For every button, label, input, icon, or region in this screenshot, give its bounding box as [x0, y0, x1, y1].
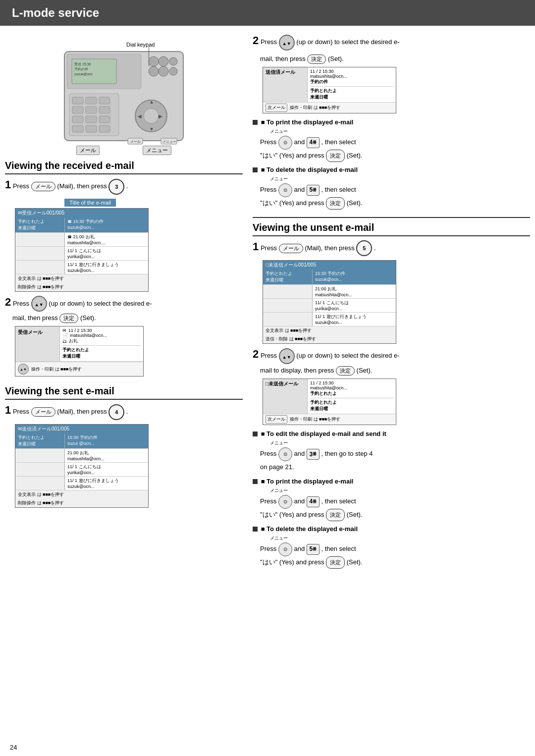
received-screen-2-container: 受信メール ✉ 11 / 2 15:30 📄 matsushita@ocn... [15, 326, 243, 377]
step2-press: Press [13, 300, 29, 307]
unsent-screen-1: □未送信メール001/005 予約とれたよ 来週日曜 15:30 予約の件 su… [263, 260, 396, 344]
nav-wheel-unsent: ▲▼ [279, 348, 295, 364]
set-btn-delete-unsent[interactable]: 決定 [326, 556, 345, 569]
square-print-unsent [253, 479, 258, 484]
section-unsent: Viewing the unsent e-mail 1 Press メール (M… [253, 217, 530, 569]
step2-right-top: 2 Press ▲▼ (up or down) to select the de… [253, 34, 530, 51]
svg-rect-16 [72, 107, 83, 113]
menu-btn-delete-top[interactable]: ⊙ [278, 183, 292, 197]
set-btn-print-top[interactable]: 決定 [326, 150, 345, 162]
delete-section-right-top: ■ To delete the displayed e-mail メニュー Pr… [253, 166, 530, 210]
set-btn-delete-top[interactable]: 決定 [326, 197, 345, 210]
step2-unsent-cont: mail to display, then press 決定 (Set). [260, 366, 530, 376]
email-screen-1-container: Title of the e-mail ✉受信メール001/005 予約とれたよ… [15, 199, 243, 292]
menu-btn-delete-unsent[interactable]: ⊙ [278, 542, 292, 556]
svg-rect-14 [86, 97, 97, 104]
svg-text:受信 15:30: 受信 15:30 [74, 62, 91, 66]
page-wrapper: L-mode service Dial keypad 受信 15:30 予約の件 [0, 0, 535, 756]
svg-text:suzuk@ocn: suzuk@ocn [74, 72, 93, 76]
svg-point-26 [144, 108, 159, 123]
step2-right-cont: mail, then press 決定 (Set). [260, 54, 530, 64]
right-top-screen-container: 送信済メール 11 / 2 15:30 matsushita@ocn... 予約… [263, 67, 530, 113]
menu-btn-edit[interactable]: ⊙ [278, 447, 292, 461]
step2-received: 2 Press ▲▼ (up or down) to select the de… [5, 296, 243, 312]
svg-rect-21 [99, 116, 110, 123]
svg-rect-20 [86, 116, 97, 123]
svg-text:▲: ▲ [149, 99, 154, 105]
set-btn-received[interactable]: 決定 [59, 314, 78, 323]
dial-keypad-label: Dial keypad [126, 42, 155, 48]
step1-unsent-mail-btn[interactable]: メール [279, 244, 303, 253]
nav-wheel-small: ▲▼ [18, 364, 29, 375]
sent-screen-1-container: ✉送信済メール001/005 予約とれたよ 来週日曜 15:30 予約の件 su… [15, 424, 243, 508]
received-screen-1: ✉受信メール001/005 予約とれたよ 来週日曜 ☎ 15:30 予約の件 s… [15, 208, 149, 292]
menu-btn-print-top[interactable]: ⊙ [278, 136, 292, 150]
nav-wheel-icon: ▲▼ [31, 296, 47, 312]
set-btn-right[interactable]: 決定 [307, 54, 326, 64]
svg-rect-23 [86, 125, 97, 132]
menu-button-label: メニュー [143, 146, 171, 155]
menu-btn-print-unsent[interactable]: ⊙ [278, 495, 292, 509]
svg-rect-17 [86, 107, 97, 113]
num3-btn-edit: 3番 [307, 449, 320, 460]
svg-rect-15 [99, 97, 110, 104]
step1-sent: 1 Press メール (Mail), then press 4 . [5, 404, 243, 420]
section-unsent-title: Viewing the unsent e-mail [253, 222, 530, 236]
svg-text:メール: メール [130, 140, 141, 143]
step1-press: Press [13, 182, 29, 190]
step2-received-cont: mail, then press 決定 (Set). [12, 314, 243, 323]
section-sent-title: Viewing the sent e-mail [5, 385, 243, 400]
title-of-email-badge: Title of the e-mail [64, 199, 116, 207]
sent-screen-1: ✉送信済メール001/005 予約とれたよ 来週日曜 15:30 予約の件 su… [15, 424, 149, 508]
square-delete [253, 167, 258, 172]
square-print [253, 120, 258, 125]
step1-mail-btn[interactable]: メール [31, 182, 55, 191]
svg-point-8 [169, 57, 177, 65]
section-received-title: Viewing the received e-mail [5, 160, 243, 174]
svg-rect-13 [72, 97, 83, 104]
svg-text:◀: ◀ [138, 113, 142, 119]
svg-rect-22 [72, 125, 83, 132]
unsent-screen-2-container: □未送信メール 11 / 2 15:30 matsushita@ocn... 予… [263, 378, 530, 425]
step1-unsent-num-btn: 5 [356, 240, 372, 256]
right-top-screen: 送信済メール 11 / 2 15:30 matsushita@ocn... 予約… [263, 67, 396, 113]
svg-rect-18 [99, 107, 110, 113]
square-delete-unsent [253, 527, 258, 532]
svg-point-11 [169, 67, 177, 75]
svg-point-7 [159, 56, 168, 66]
print-section-unsent: ■ To print the displayed e-mail メニュー Pre… [253, 478, 530, 521]
section-received: Viewing the received e-mail 1 Press メール … [5, 160, 243, 377]
page-number: 24 [10, 744, 17, 751]
num5-btn-delete-unsent: 5番 [307, 544, 320, 555]
num4-btn-print-unsent: 4番 [307, 496, 320, 507]
step1-sent-num-btn: 4 [108, 404, 124, 420]
print-section-right-top: ■ To print the displayed e-mail メニュー Pre… [253, 118, 530, 162]
svg-text:▶: ▶ [159, 113, 162, 119]
svg-rect-19 [72, 116, 83, 123]
step2-updown: (up or down) to select the desired e- [49, 300, 152, 307]
header-title: L-mode service [12, 6, 99, 19]
num4-btn-print-top: 4番 [307, 137, 320, 148]
unsent-screen-2: □未送信メール 11 / 2 15:30 matsushita@ocn... 予… [263, 378, 396, 425]
mail-button-label: メール [76, 146, 100, 155]
set-btn-unsent[interactable]: 決定 [336, 366, 355, 376]
section-sent: Viewing the sent e-mail 1 Press メール (Mai… [5, 385, 243, 508]
fax-machine-svg: 受信 15:30 予約の件 suzuk@ocn [54, 42, 193, 146]
svg-rect-24 [99, 125, 110, 132]
page-header: L-mode service [0, 0, 535, 26]
step1-then: (Mail), then press [57, 182, 107, 190]
svg-text:▼: ▼ [149, 126, 154, 132]
svg-point-9 [149, 66, 159, 76]
step1-sent-mail-btn[interactable]: メール [31, 407, 55, 417]
step1-received: 1 Press メール (Mail), then press 3 . [5, 178, 243, 195]
svg-text:予約の件: 予約の件 [74, 67, 88, 71]
step2-unsent: 2 Press ▲▼ (up or down) to select the de… [253, 348, 530, 364]
delete-section-unsent: ■ To delete the displayed e-mail メニュー Pr… [253, 525, 530, 569]
set-btn-print-unsent[interactable]: 決定 [326, 509, 345, 521]
unsent-screen-1-container: □未送信メール001/005 予約とれたよ 来週日曜 15:30 予約の件 su… [263, 260, 530, 344]
svg-text:メニュー: メニュー [162, 140, 176, 143]
received-screen-2: 受信メール ✉ 11 / 2 15:30 📄 matsushita@ocn... [15, 326, 144, 377]
device-diagram: Dial keypad 受信 15:30 予約の件 suzuk@ocn [50, 42, 198, 155]
svg-point-6 [149, 56, 159, 66]
step1-unsent: 1 Press メール (Mail), then press 5 . [253, 240, 530, 257]
